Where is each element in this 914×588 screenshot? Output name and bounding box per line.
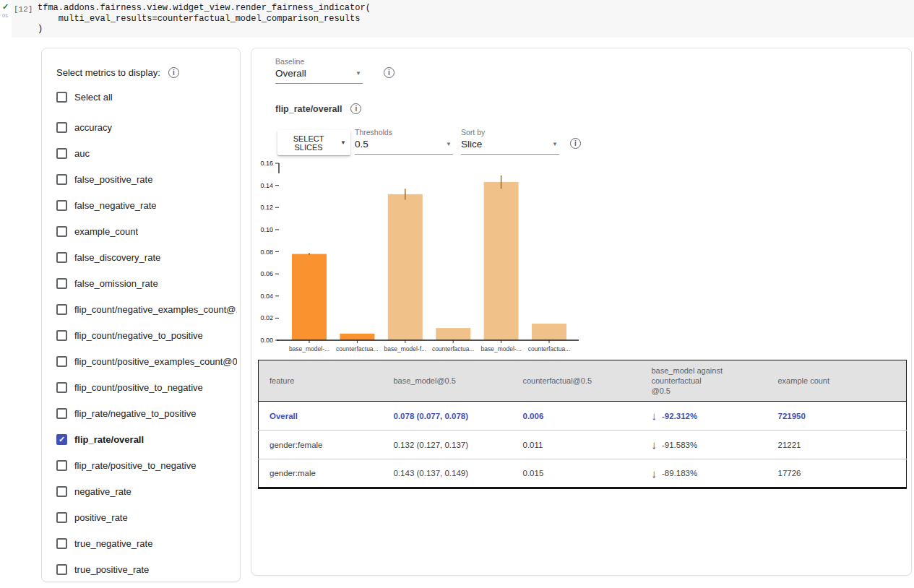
against-cell: ↓-89.183%	[641, 459, 767, 488]
metric-item[interactable]: flip_count/negative_examples_count@...	[56, 296, 237, 322]
checkbox-icon[interactable]	[56, 226, 67, 237]
metric-item[interactable]: true_negative_rate	[56, 530, 237, 556]
checkbox-icon[interactable]	[56, 382, 67, 393]
checkbox-icon[interactable]	[56, 356, 67, 367]
svg-text:counterfactua...: counterfactua...	[336, 345, 379, 353]
metric-item[interactable]: example_count	[56, 218, 237, 244]
col-header-feature: feature	[259, 360, 383, 402]
info-icon[interactable]: i	[350, 103, 361, 114]
metric-item[interactable]: flip_rate/positive_to_negative	[56, 452, 237, 478]
col-header-example-count: example count	[767, 360, 907, 402]
down-arrow-icon: ↓	[652, 468, 658, 479]
info-icon[interactable]: i	[168, 67, 179, 78]
table-row[interactable]: gender:female0.132 (0.127, 0.137)0.011↓-…	[259, 431, 907, 459]
metric-item[interactable]: flip_rate/negative_to_positive	[56, 400, 237, 426]
metric-item[interactable]: false_positive_rate	[56, 166, 237, 192]
metric-item[interactable]: true_positive_rate	[56, 556, 237, 582]
table-row[interactable]: gender:male0.143 (0.137, 0.149)0.015↓-89…	[259, 459, 907, 488]
svg-text:0.10: 0.10	[260, 226, 273, 233]
metric-item[interactable]: false_omission_rate	[56, 270, 237, 296]
checkbox-icon[interactable]	[56, 304, 67, 315]
checkbox-icon[interactable]	[56, 460, 67, 471]
svg-text:0.12: 0.12	[260, 204, 273, 211]
checkbox-icon[interactable]	[56, 148, 67, 159]
svg-text:counterfactua...: counterfactua...	[528, 345, 571, 353]
against-percentage: -92.312%	[662, 412, 697, 420]
metric-item[interactable]: flip_count/positive_examples_count@0...	[56, 348, 237, 374]
metric-item[interactable]: false_negative_rate	[56, 192, 237, 218]
svg-text:0.08: 0.08	[260, 248, 273, 256]
metric-section-title: flip_rate/overall	[275, 104, 342, 114]
metric-item[interactable]: ✓flip_rate/overall	[56, 426, 237, 452]
baseline-select[interactable]: Baseline Overall ▼	[275, 57, 363, 84]
against-percentage: -89.183%	[662, 469, 697, 477]
checkbox-icon[interactable]	[56, 200, 67, 211]
svg-text:base_model-...: base_model-...	[480, 345, 521, 353]
svg-text:0.06: 0.06	[260, 270, 273, 277]
metric-label: accuracy	[74, 122, 112, 133]
svg-text:base_model-f...: base_model-f...	[384, 345, 427, 353]
checkbox-icon[interactable]	[56, 122, 67, 133]
select-slices-button[interactable]: SELECT SLICES ▼	[277, 130, 350, 155]
metric-item[interactable]: flip_count/positive_to_negative	[56, 374, 237, 400]
info-icon[interactable]: i	[384, 67, 395, 78]
cell-execution-time: 0s	[2, 12, 8, 19]
metric-label: false_positive_rate	[74, 174, 152, 185]
counterfactual-cell: 0.015	[512, 459, 641, 488]
example-count-cell: 17726	[767, 459, 907, 488]
sort-by-select[interactable]: Sort by Slice ▼	[461, 128, 559, 155]
metric-label: flip_count/negative_to_positive	[74, 330, 203, 341]
checkbox-icon[interactable]	[56, 538, 67, 549]
chevron-down-icon: ▼	[340, 139, 346, 146]
bar-chart: 0.000.020.040.060.080.100.120.140.16base…	[257, 158, 582, 362]
chevron-down-icon: ▼	[552, 141, 558, 147]
chevron-down-icon: ▼	[355, 70, 361, 77]
table-row[interactable]: Overall0.078 (0.077, 0.078)0.006↓-92.312…	[259, 402, 907, 431]
metric-item[interactable]: positive_rate	[56, 504, 237, 530]
against-cell: ↓-91.583%	[641, 431, 767, 459]
chevron-down-icon: ▼	[446, 141, 452, 147]
checkbox-icon[interactable]	[56, 252, 67, 263]
checkbox-icon[interactable]	[56, 330, 67, 341]
checkbox-icon[interactable]	[56, 486, 67, 497]
col-header-counterfactual: counterfactual@0.5	[512, 360, 641, 402]
against-cell: ↓-92.312%	[641, 402, 767, 431]
metric-item[interactable]: auc	[56, 140, 237, 166]
metric-item[interactable]: negative_rate	[56, 478, 237, 504]
page: ✓ 0s [12] tfma.addons.fairness.view.widg…	[0, 0, 914, 588]
thresholds-select[interactable]: Thresholds 0.5 ▼	[355, 128, 453, 155]
metric-checkbox-list: Select allaccuracyaucfalse_positive_rate…	[56, 84, 237, 582]
checkbox-checked-icon[interactable]: ✓	[56, 434, 67, 445]
slice-metrics-table: feature base_model@0.5 counterfactual@0.…	[258, 360, 907, 489]
feature-cell: Overall	[259, 402, 383, 431]
metric-item[interactable]: accuracy	[56, 114, 237, 140]
baseline-value: Overall	[275, 68, 306, 79]
svg-text:0.14: 0.14	[260, 182, 273, 189]
cell-code-text[interactable]: tfma.addons.fairness.view.widget_view.re…	[38, 3, 371, 35]
checkbox-icon[interactable]	[56, 512, 67, 523]
feature-cell: gender:male	[259, 459, 383, 488]
checkbox-icon[interactable]	[56, 278, 67, 289]
checkbox-icon[interactable]	[56, 92, 67, 103]
metric-label: flip_rate/negative_to_positive	[74, 408, 196, 419]
metric-item[interactable]: flip_count/negative_to_positive	[56, 322, 237, 348]
info-icon[interactable]: i	[570, 138, 581, 149]
metric-item[interactable]: false_discovery_rate	[56, 244, 237, 270]
cell-execution-count: [12]	[14, 5, 33, 14]
checkbox-icon[interactable]	[56, 564, 67, 575]
metric-item[interactable]: Select all	[56, 84, 237, 110]
metric-selector-title: Select metrics to display:	[56, 67, 160, 78]
metric-label: false_discovery_rate	[74, 252, 160, 263]
against-percentage: -91.583%	[662, 441, 697, 449]
thresholds-value: 0.5	[355, 139, 368, 150]
metric-label: true_positive_rate	[74, 564, 149, 575]
metric-label: auc	[74, 148, 90, 159]
metric-label: false_negative_rate	[74, 200, 156, 211]
checkbox-icon[interactable]	[56, 174, 67, 185]
sort-by-value: Slice	[461, 139, 482, 150]
sort-by-label: Sort by	[461, 128, 559, 137]
counterfactual-cell: 0.006	[512, 402, 641, 431]
notebook-code-cell: ✓ 0s [12] tfma.addons.fairness.view.widg…	[0, 0, 914, 38]
checkbox-icon[interactable]	[56, 408, 67, 419]
svg-text:0.02: 0.02	[260, 314, 273, 321]
